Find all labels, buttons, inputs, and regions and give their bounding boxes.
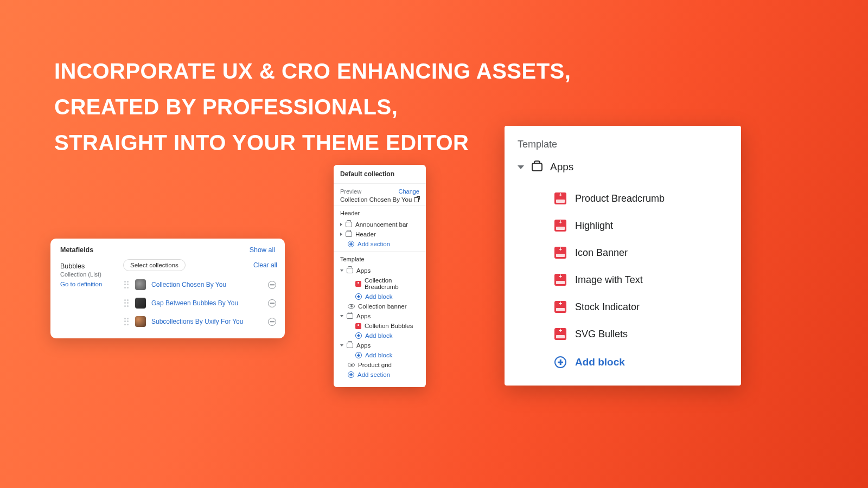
metafields-panel: Metafields Show all Bubbles Collection (… (50, 239, 285, 338)
section-label: Announcement bar (355, 221, 419, 228)
external-link-icon[interactable] (414, 197, 419, 202)
template-section-label: Template (340, 256, 419, 262)
add-section-button[interactable]: Add section (340, 370, 419, 380)
collection-thumb (135, 279, 146, 290)
app-block-stock-indicator[interactable]: Stock Indicator (554, 293, 728, 320)
add-block-button[interactable]: Add block (340, 350, 419, 360)
metafields-title: Metafields (60, 246, 93, 254)
collection-row: Gap Between Bubbles By You (123, 294, 277, 312)
section-row-header[interactable]: Header (340, 229, 419, 239)
add-block-label: Add block (575, 356, 625, 368)
app-block-product-breadcrumb[interactable]: Product Breadcrumb (554, 185, 728, 212)
section-row-apps[interactable]: Apps (340, 266, 419, 275)
preview-value: Collection Chosen By You (340, 196, 412, 203)
visibility-icon (348, 304, 355, 309)
remove-icon[interactable] (268, 318, 276, 326)
add-section-label: Add section (358, 371, 390, 378)
select-collections-button[interactable]: Select collections (123, 259, 186, 271)
drag-handle-icon[interactable] (124, 281, 130, 288)
app-block-icon (554, 220, 566, 232)
preview-label: Preview (340, 188, 361, 195)
section-row-apps[interactable]: Apps (340, 311, 419, 321)
metafield-type: Collection (List) (60, 271, 123, 278)
metafield-name: Bubbles (60, 262, 123, 270)
headline: INCORPORATE UX & CRO ENHANCING ASSETS, C… (54, 53, 571, 160)
go-to-definition-link[interactable]: Go to definition (60, 281, 123, 287)
add-block-label: Add block (365, 332, 393, 339)
section-icon (346, 222, 352, 227)
app-block-icon (554, 301, 566, 313)
app-block-icon (355, 323, 361, 329)
apps-icon (347, 268, 353, 273)
drag-handle-icon[interactable] (124, 318, 130, 325)
chevron-down-icon (340, 269, 343, 272)
app-block-image-with-text[interactable]: Image with Text (554, 266, 728, 293)
add-section-label: Add section (358, 241, 390, 247)
section-row-product-grid[interactable]: Product grid (340, 360, 419, 370)
show-all-link[interactable]: Show all (250, 246, 275, 254)
app-block-icon (554, 274, 566, 286)
app-block-icon (554, 192, 566, 204)
section-label: Apps (356, 342, 419, 349)
app-block-svg-bullets[interactable]: SVG Bullets (554, 320, 728, 348)
block-label: Icon Banner (575, 247, 628, 259)
section-label: Header (355, 231, 419, 237)
apps-section-row[interactable]: Apps (518, 161, 728, 173)
app-block-icon (355, 281, 361, 287)
chevron-down-icon (340, 344, 343, 346)
collection-link[interactable]: Collection Chosen By You (151, 281, 263, 288)
add-section-button[interactable]: Add section (340, 239, 419, 249)
clear-all-link[interactable]: Clear all (253, 261, 277, 269)
chevron-down-icon (340, 315, 343, 317)
section-label: Product grid (358, 362, 419, 368)
add-block-button[interactable]: Add block (340, 331, 419, 341)
section-icon (346, 232, 352, 237)
chevron-down-icon (518, 165, 524, 169)
section-row-announcement[interactable]: Announcement bar (340, 220, 419, 229)
block-row-bubbles[interactable]: Colletion Bubbles (340, 321, 419, 331)
metafield-info: Bubbles Collection (List) Go to definiti… (58, 259, 123, 331)
collection-thumb (135, 316, 146, 327)
header-section-label: Header (340, 210, 419, 216)
block-label: SVG Bullets (575, 329, 628, 340)
app-block-icon (554, 247, 566, 259)
section-label: Apps (356, 267, 419, 274)
add-block-label: Add block (365, 293, 393, 300)
section-row-apps[interactable]: Apps (340, 341, 419, 350)
collection-link[interactable]: Subcollections By Uxify For You (151, 318, 263, 325)
block-label: Stock Indicator (575, 301, 640, 313)
plus-circle-icon (355, 352, 362, 358)
remove-icon[interactable] (268, 299, 276, 307)
visibility-icon (348, 363, 355, 367)
app-block-highlight[interactable]: Highlight (554, 212, 728, 239)
collection-thumb (135, 298, 146, 309)
block-label: Collection Breadcrumb (365, 277, 419, 290)
collection-link[interactable]: Gap Between Bubbles By You (151, 299, 263, 307)
theme-sidebar-panel: Default collection Preview Change Collec… (334, 165, 426, 387)
app-block-icon (554, 328, 566, 340)
block-label: Image with Text (575, 274, 643, 286)
panel-title: Default collection (334, 165, 426, 184)
chevron-right-icon (340, 223, 342, 226)
plus-circle-icon (348, 241, 354, 247)
plus-circle-icon (554, 356, 566, 368)
drag-handle-icon[interactable] (124, 299, 130, 307)
apps-icon (347, 343, 353, 348)
block-label: Product Breadcrumb (575, 193, 665, 204)
plus-circle-icon (348, 371, 354, 378)
remove-icon[interactable] (268, 281, 276, 289)
app-block-icon-banner[interactable]: Icon Banner (554, 239, 728, 266)
block-label: Colletion Bubbles (365, 323, 419, 329)
block-row-breadcrumb[interactable]: Collection Breadcrumb (340, 275, 419, 292)
change-link[interactable]: Change (398, 188, 419, 195)
template-heading: Template (518, 139, 728, 150)
section-row-collection-banner[interactable]: Collection banner (340, 301, 419, 311)
plus-circle-icon (355, 332, 362, 339)
collection-row: Collection Chosen By You (123, 275, 277, 294)
apps-icon (532, 163, 542, 171)
block-label: Highlight (575, 220, 613, 232)
add-block-button[interactable]: Add block (340, 292, 419, 301)
add-block-button[interactable]: Add block (554, 348, 728, 370)
headline-line-1: INCORPORATE UX & CRO ENHANCING ASSETS, (54, 53, 571, 89)
apps-icon (347, 313, 353, 319)
